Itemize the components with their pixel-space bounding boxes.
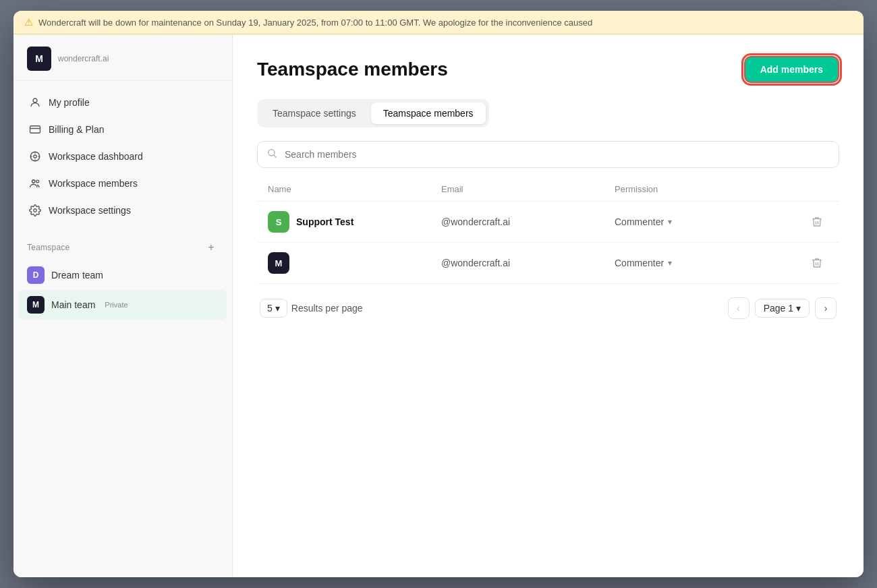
permission-cell: Commenter ▾ — [615, 258, 788, 268]
user-icon — [28, 96, 42, 109]
member-email: @wondercraft.ai — [441, 216, 615, 227]
svg-point-4 — [32, 180, 36, 183]
sidebar-item-workspace-dashboard[interactable]: Workspace dashboard — [20, 143, 225, 170]
page-indicator[interactable]: Page 1 ▾ — [755, 299, 810, 318]
member-avatar: M — [268, 252, 289, 274]
delete-member-button[interactable] — [805, 213, 828, 231]
page-chevron-icon: ▾ — [796, 303, 801, 314]
sidebar-item-label: Workspace members — [49, 178, 138, 189]
svg-point-3 — [34, 155, 37, 158]
sidebar-nav: My profile Billing & Plan — [13, 81, 232, 232]
tabs-row: Teamspace settings Teamspace members — [257, 99, 489, 127]
next-page-button[interactable]: › — [815, 297, 837, 319]
page-title: Teamspace members — [257, 59, 448, 80]
sidebar: M wondercraft.ai My profile — [13, 34, 233, 577]
members-table: Name Email Permission S Support Test @wo… — [257, 184, 839, 284]
table-row: S Support Test @wondercraft.ai Commenter… — [257, 202, 839, 243]
search-container — [257, 141, 839, 168]
svg-rect-1 — [30, 126, 40, 134]
svg-line-8 — [274, 155, 277, 158]
svg-point-6 — [34, 209, 37, 212]
previous-page-button[interactable]: ‹ — [728, 297, 749, 319]
main-team-avatar: M — [27, 296, 45, 314]
member-name-cell: S Support Test — [268, 211, 441, 233]
permission-text: Commenter — [615, 216, 664, 227]
page-header: Teamspace members Add members — [257, 56, 839, 83]
th-permission: Permission — [615, 184, 788, 194]
billing-icon — [28, 123, 42, 136]
table-header-row: Name Email Permission — [257, 184, 839, 202]
teamspace-item-main-team[interactable]: M Main team Private — [19, 290, 227, 320]
delete-member-button[interactable] — [805, 254, 828, 272]
main-content: Teamspace members Add members Teamspace … — [233, 34, 864, 577]
member-email: @wondercraft.ai — [441, 258, 615, 268]
permission-text: Commenter — [615, 258, 664, 268]
page-label: Page 1 — [764, 303, 793, 314]
th-email: Email — [441, 184, 615, 194]
sidebar-item-label: My profile — [49, 97, 90, 108]
teamspace-item-label: Dream team — [51, 270, 103, 281]
members-icon — [28, 177, 42, 190]
results-per-page-select[interactable]: 5 ▾ — [260, 299, 287, 318]
sidebar-header: M wondercraft.ai — [13, 34, 232, 81]
dashboard-icon — [28, 150, 42, 163]
search-input[interactable] — [257, 141, 839, 168]
workspace-info: wondercraft.ai — [58, 54, 109, 63]
svg-point-7 — [268, 150, 275, 156]
teamspace-label: Teamspace — [27, 243, 70, 252]
modal-overlay: ⚠ Wondercraft will be down for maintenan… — [13, 11, 864, 577]
sidebar-item-my-profile[interactable]: My profile — [20, 89, 225, 116]
sidebar-item-label: Workspace dashboard — [49, 151, 143, 162]
tab-teamspace-members[interactable]: Teamspace members — [371, 102, 486, 124]
table-row: M @wondercraft.ai Commenter ▾ — [257, 243, 839, 284]
page-nav: ‹ Page 1 ▾ › — [728, 297, 837, 319]
teamspace-section-header: Teamspace + — [13, 232, 232, 260]
teamspace-add-button[interactable]: + — [204, 240, 219, 255]
permission-cell: Commenter ▾ — [615, 216, 788, 227]
results-count: 5 — [267, 303, 273, 314]
private-badge: Private — [105, 301, 128, 309]
add-members-button[interactable]: Add members — [744, 56, 839, 83]
workspace-domain: wondercraft.ai — [58, 54, 109, 63]
settings-icon — [28, 204, 42, 217]
teamspace-item-label: Main team — [51, 299, 95, 310]
workspace-avatar: M — [27, 47, 51, 71]
results-per-page: 5 ▾ Results per page — [260, 299, 363, 318]
modal-body: M wondercraft.ai My profile — [13, 34, 864, 577]
th-actions — [788, 184, 828, 194]
results-chevron-icon: ▾ — [275, 303, 280, 314]
th-name: Name — [268, 184, 441, 194]
svg-point-0 — [33, 98, 37, 102]
teamspace-item-dream-team[interactable]: D Dream team — [19, 260, 227, 290]
announcement-text: Wondercraft will be down for maintenance… — [38, 18, 592, 28]
search-icon — [266, 148, 277, 161]
warning-icon: ⚠ — [24, 16, 33, 28]
member-name: Support Test — [296, 216, 353, 227]
sidebar-item-label: Workspace settings — [49, 205, 131, 216]
chevron-down-icon[interactable]: ▾ — [668, 217, 672, 227]
dream-team-avatar: D — [27, 266, 45, 284]
sidebar-item-workspace-members[interactable]: Workspace members — [20, 170, 225, 197]
member-name-cell: M — [268, 252, 441, 274]
svg-point-5 — [36, 180, 39, 183]
pagination-row: 5 ▾ Results per page ‹ Page 1 ▾ › — [257, 297, 839, 319]
announcement-bar: ⚠ Wondercraft will be down for maintenan… — [13, 11, 864, 34]
member-avatar: S — [268, 211, 289, 233]
sidebar-item-label: Billing & Plan — [49, 124, 105, 135]
sidebar-item-workspace-settings[interactable]: Workspace settings — [20, 197, 225, 224]
sidebar-item-billing[interactable]: Billing & Plan — [20, 116, 225, 143]
chevron-down-icon[interactable]: ▾ — [668, 258, 672, 268]
tab-teamspace-settings[interactable]: Teamspace settings — [260, 102, 368, 124]
results-per-page-label: Results per page — [291, 303, 363, 314]
